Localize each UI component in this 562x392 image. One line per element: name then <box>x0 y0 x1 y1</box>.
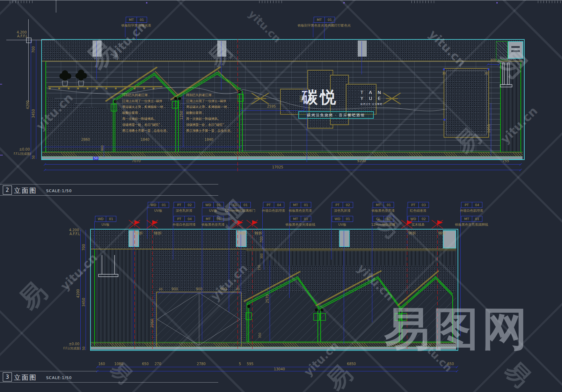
title-line <box>0 382 218 383</box>
ruler-tick <box>546 1 547 3</box>
dim-label: A.F.F.L <box>17 35 28 38</box>
watermark-text: 易 <box>498 355 537 392</box>
material-number: 01 <box>384 202 394 208</box>
dim-label: ±0.00 <box>69 342 80 346</box>
material-tag: MT01 <box>290 216 311 222</box>
ruler-tick <box>538 1 538 3</box>
material-number: 01 <box>301 216 311 222</box>
dim-line-v <box>31 40 31 159</box>
tag-leader <box>94 221 95 249</box>
fold-line <box>238 39 238 172</box>
material-tag: GL01 <box>229 202 251 208</box>
material-code: GL <box>373 216 384 222</box>
dim-line-h <box>45 170 520 170</box>
elevation-2-frame: 碳悦 T A N Y U E 碳烤活鱼·音乐餐吧 碳烤活鱼烧烤 · 音乐餐吧酒馆… <box>41 39 525 160</box>
material-desc: 外墙白色肌理漆 <box>262 209 285 213</box>
material-code: PT <box>461 202 472 208</box>
material-number: 03 <box>419 202 429 208</box>
ruler-dot <box>146 2 147 3</box>
dim-label: 700 <box>32 46 35 53</box>
ruler-tick <box>265 1 265 3</box>
ruler-tick <box>420 1 420 3</box>
dim-label: 900 <box>101 145 104 151</box>
dim-label: 595 <box>247 362 253 366</box>
fold-label: 转折 <box>438 231 446 236</box>
ruler-tick <box>557 1 558 3</box>
ruler-tick <box>549 1 549 3</box>
dim-label: 1840 <box>140 138 149 141</box>
dim-line-v <box>96 41 97 80</box>
cad-canvas: 碳悦 T A N Y U E 碳烤活鱼·音乐餐吧 碳烤活鱼烧烤 · 音乐餐吧酒馆… <box>0 0 562 392</box>
dim-line-v <box>264 231 264 270</box>
watermark-text: 易 <box>104 356 138 390</box>
dim-label: 50 <box>32 155 35 159</box>
material-tag: WD01 <box>203 202 224 208</box>
material-number: 01 <box>214 216 224 222</box>
dim-label: 2860 <box>81 138 90 141</box>
ruler-tick <box>411 1 412 3</box>
material-tag: PT03 <box>408 202 429 208</box>
dim-tick <box>456 370 458 372</box>
dim-label: 2060 <box>151 319 154 327</box>
ruler-dot <box>496 2 498 3</box>
material-code: PT <box>332 202 343 208</box>
dim-label: 900 <box>220 288 227 291</box>
material-number: 01 <box>241 202 250 208</box>
material-number: 01 <box>106 216 116 222</box>
dim-line-v <box>344 231 344 344</box>
fold-marker <box>246 219 258 229</box>
dim-tick <box>519 163 522 166</box>
material-desc: UV板 <box>338 223 346 227</box>
material-tag: PT04 <box>174 216 195 222</box>
dim-line-h <box>159 293 240 293</box>
material-code: WD <box>332 216 343 222</box>
dim-label: 9200 <box>357 159 366 163</box>
fold-marker <box>146 219 159 229</box>
ruler-tick <box>18 1 19 3</box>
material-desc: 铁板黑色亚光漆嵌线 <box>285 223 315 227</box>
dim-label: 1050 <box>487 124 491 133</box>
watermark-text: 易 <box>12 275 54 318</box>
title-line <box>0 195 218 196</box>
dim-label: 2570 <box>266 294 269 303</box>
dim-label: 13040 <box>274 368 285 371</box>
dim-label: 3450 <box>82 298 86 306</box>
material-number: 02 <box>419 216 429 222</box>
dim-label: 755 <box>502 159 509 163</box>
dim-label: 6850 <box>347 362 356 366</box>
dim-label: 160 <box>98 362 105 366</box>
dim-label: 270 <box>154 362 161 366</box>
material-desc: 铁板黑色亚亮漆 <box>202 223 225 227</box>
dim-label: 4200 <box>76 289 80 298</box>
dim-tick <box>456 366 458 368</box>
dim-line-v <box>155 293 155 347</box>
dim-line-v <box>183 94 183 147</box>
ruler-tick <box>543 1 544 3</box>
ruler-tick <box>15 1 16 3</box>
dim-line-v <box>221 41 221 90</box>
dim-label: 7070 <box>132 159 140 163</box>
view-scale: SCALE:1/50 <box>46 189 72 193</box>
dim-label: 4.200 <box>69 228 79 232</box>
left-ruler-line <box>56 0 56 13</box>
dim-label: 17025 <box>272 166 283 169</box>
ruler-dot <box>343 2 345 3</box>
dim-label: 4.200 <box>17 31 27 34</box>
ruler-tick <box>273 1 273 3</box>
dim-line-h <box>488 64 499 65</box>
ruler-tick <box>552 1 552 3</box>
edge-tick <box>0 84 2 85</box>
fold-line <box>437 224 438 349</box>
material-desc: 12mm钢化玻璃 <box>371 223 395 227</box>
ruler-tick <box>431 1 431 3</box>
dim-line-h <box>45 164 520 165</box>
dim-label: 600 <box>300 95 303 102</box>
material-desc: 外墙白色肌理漆 <box>460 209 483 213</box>
fold-marker <box>231 219 244 229</box>
dim-label: 2595 <box>267 105 276 108</box>
material-code: PT <box>408 202 419 208</box>
dim-label: 5 <box>239 362 241 366</box>
material-code: WD <box>203 202 214 208</box>
elevation-2-linework <box>42 40 524 159</box>
fold-label: 转折 <box>408 231 416 236</box>
